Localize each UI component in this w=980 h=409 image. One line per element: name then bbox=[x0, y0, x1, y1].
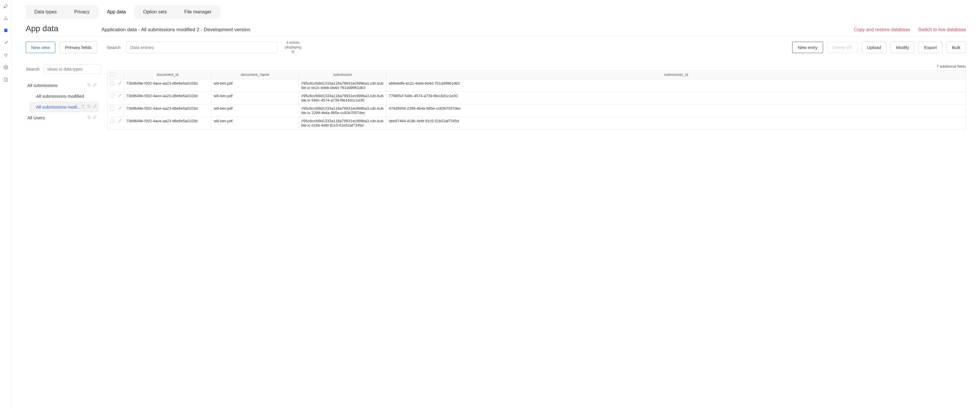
cell-submission: //95c8ccfd9d1333a116a79931ec999ba3.cdn.b… bbox=[299, 117, 387, 129]
tabs-bar: Data types Privacy App data Option sets … bbox=[12, 0, 980, 19]
tree-label: All Users bbox=[27, 115, 87, 120]
data-search-input[interactable] bbox=[126, 42, 278, 53]
cell-document-name: w8-ben.pdf bbox=[212, 117, 299, 129]
pencil-icon[interactable] bbox=[118, 119, 122, 123]
modify-button[interactable]: Modify bbox=[891, 42, 915, 53]
plugins-icon[interactable] bbox=[3, 53, 8, 58]
pencil-icon[interactable] bbox=[93, 83, 97, 88]
table-row[interactable]: 73b9649e-f302-4ace-aa23-d6e6e5a0103dw8-b… bbox=[108, 92, 966, 104]
breadcrumb: Application data - All submissions modif… bbox=[102, 27, 854, 33]
cell-document-name: w8-ben.pdf bbox=[212, 104, 299, 117]
data-icon[interactable] bbox=[3, 28, 8, 33]
sidebar: Search All submissions All submissions m… bbox=[25, 64, 99, 129]
row-edit[interactable] bbox=[116, 92, 124, 104]
row-checkbox[interactable] bbox=[108, 79, 116, 92]
export-button[interactable]: Export bbox=[918, 42, 942, 53]
row-edit[interactable] bbox=[116, 117, 124, 129]
header-submission-id[interactable]: submission_id bbox=[387, 70, 966, 79]
tree-all-submissions-modified[interactable]: All submissions modified bbox=[29, 91, 99, 102]
svg-rect-3 bbox=[7, 19, 8, 20]
header-checkbox[interactable] bbox=[108, 70, 116, 79]
delete-button[interactable]: Delete (0) bbox=[827, 42, 858, 53]
header-submission[interactable]: submission bbox=[299, 70, 387, 79]
svg-rect-6 bbox=[88, 84, 90, 86]
pencil-icon[interactable] bbox=[118, 107, 122, 111]
tree-label: All submissions bbox=[27, 83, 87, 88]
switch-live-link[interactable]: Switch to live database bbox=[918, 27, 966, 32]
pencil-icon[interactable] bbox=[118, 81, 122, 86]
svg-rect-8 bbox=[88, 117, 90, 118]
tree-all-users[interactable]: All Users bbox=[25, 112, 99, 123]
tab-file-manager[interactable]: File manager bbox=[176, 5, 220, 19]
tree-label: All submissions modified bbox=[36, 94, 97, 99]
row-edit[interactable] bbox=[116, 79, 124, 92]
pencil-icon[interactable] bbox=[93, 105, 97, 110]
data-table: document_id document_name submission sub… bbox=[107, 70, 966, 129]
settings-icon[interactable] bbox=[3, 65, 8, 70]
cell-document-name: w8-ben.pdf bbox=[212, 79, 299, 92]
copy-icon[interactable] bbox=[87, 105, 91, 110]
cell-document-id: 73b9649e-f302-4ace-aa23-d6e6e5a0103d bbox=[124, 117, 212, 129]
tab-option-sets[interactable]: Option sets bbox=[134, 5, 176, 19]
header-document-id[interactable]: document_id bbox=[124, 70, 212, 79]
cell-document-id: 73b9649e-f302-4ace-aa23-d6e6e5a0103d bbox=[124, 104, 212, 117]
svg-point-5 bbox=[5, 67, 6, 68]
cell-document-id: 73b9649e-f302-4ace-aa23-d6e6e5a0103d bbox=[124, 79, 212, 92]
row-edit[interactable] bbox=[116, 104, 124, 117]
tab-app-data[interactable]: App data bbox=[98, 5, 134, 19]
search-label: Search bbox=[107, 45, 121, 50]
side-search-label: Search bbox=[25, 67, 40, 72]
bulk-button[interactable]: Bulk bbox=[947, 42, 966, 53]
header-edit bbox=[116, 70, 124, 79]
copy-restore-link[interactable]: Copy and restore database bbox=[854, 27, 910, 32]
tab-privacy[interactable]: Privacy bbox=[65, 5, 98, 19]
workflow-icon[interactable] bbox=[3, 16, 8, 21]
cell-submission: //95c8ccfd9d1333a116a79931ec999ba3.cdn.b… bbox=[299, 92, 387, 104]
svg-rect-0 bbox=[5, 16, 6, 17]
cell-submission-id: 77f465cf-548c-4574-a739-f8e16d1c1e30 bbox=[387, 92, 966, 104]
row-checkbox[interactable] bbox=[108, 104, 116, 117]
header-document-name[interactable]: document_name bbox=[212, 70, 299, 79]
logs-icon[interactable] bbox=[3, 77, 8, 82]
cell-document-name: w8-ben.pdf bbox=[212, 92, 299, 104]
design-icon[interactable] bbox=[3, 3, 8, 9]
tree-all-submissions[interactable]: All submissions bbox=[25, 80, 99, 91]
svg-rect-7 bbox=[88, 106, 90, 108]
row-checkbox[interactable] bbox=[108, 92, 116, 104]
new-view-button[interactable]: New view bbox=[25, 42, 56, 53]
row-checkbox[interactable] bbox=[108, 117, 116, 129]
cell-submission: //95c8ccfd9d1333a116a79931ec999ba3.cdn.b… bbox=[299, 79, 387, 92]
styles-icon[interactable] bbox=[3, 40, 8, 46]
upload-button[interactable]: Upload bbox=[862, 42, 887, 53]
tree-all-submissions-modified-2[interactable]: All submissions modi... bbox=[29, 102, 99, 112]
page-title: App data bbox=[25, 24, 102, 33]
pencil-icon[interactable] bbox=[118, 94, 122, 98]
entry-count: 4 entries (displaying 4) bbox=[283, 41, 303, 54]
svg-rect-2 bbox=[5, 19, 6, 20]
cell-submission-id: dee97464-d16b-4efd-91c5-51b52af7345d bbox=[387, 117, 966, 129]
copy-icon[interactable] bbox=[87, 83, 91, 88]
table-row[interactable]: 73b9649e-f302-4ace-aa23-d6e6e5a0103dw8-b… bbox=[108, 79, 966, 92]
cell-submission-id: 474d9934-2299-4b4a-985e-cc83b7057dec bbox=[387, 104, 966, 117]
trash-icon[interactable] bbox=[81, 105, 85, 110]
primary-fields-button[interactable]: Primary fields bbox=[59, 42, 97, 53]
side-search-input[interactable] bbox=[44, 64, 101, 74]
tree-label: All submissions modi... bbox=[36, 105, 81, 110]
additional-fields-label[interactable]: 7 additional fields bbox=[107, 64, 966, 70]
svg-rect-1 bbox=[4, 19, 5, 20]
table-row[interactable]: 73b9649e-f302-4ace-aa23-d6e6e5a0103dw8-b… bbox=[108, 117, 966, 129]
new-entry-button[interactable]: New entry bbox=[792, 42, 823, 53]
copy-icon[interactable] bbox=[87, 115, 91, 120]
pencil-icon[interactable] bbox=[93, 115, 97, 120]
cell-document-id: 73b9649e-f302-4ace-aa23-d6e6e5a0103d bbox=[124, 92, 212, 104]
table-row[interactable]: 73b9649e-f302-4ace-aa23-d6e6e5a0103dw8-b… bbox=[108, 104, 966, 117]
cell-submission-id: a68ebdfe-bc2c-4deb-bb4d-761dd9961db3 bbox=[387, 79, 966, 92]
tab-data-types[interactable]: Data types bbox=[25, 5, 65, 19]
left-nav-rail bbox=[0, 0, 12, 409]
cell-submission: //95c8ccfd9d1333a116a79931ec999ba3.cdn.b… bbox=[299, 104, 387, 117]
